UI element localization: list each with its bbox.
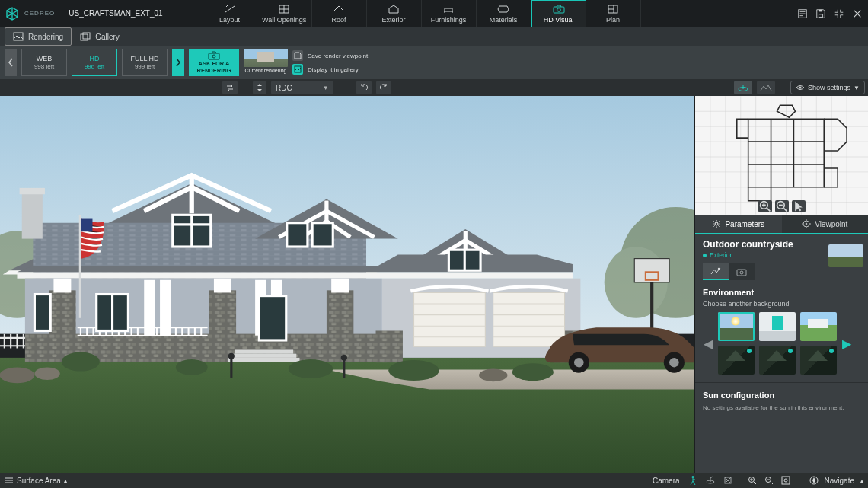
tab-wall-openings-label: Wall Openings (262, 16, 306, 24)
display-gallery-button[interactable]: Display it in gallery (292, 64, 368, 75)
sidepanel-tabs: Parameters Viewpoint (695, 215, 868, 234)
viewport-3d[interactable] (0, 96, 694, 473)
zoom-out-button[interactable] (762, 474, 776, 486)
plan-cursor-button[interactable] (792, 200, 806, 212)
svg-rect-29 (22, 191, 43, 239)
target-icon (802, 219, 811, 228)
bg-thumb-5[interactable] (759, 346, 796, 375)
tab-hd-visual[interactable]: HD Visual (531, 0, 586, 27)
svg-rect-7 (14, 33, 23, 40)
surface-area-toggle[interactable]: Surface Area ▴ (5, 477, 67, 485)
app-logo-text: CEDREO (24, 10, 55, 17)
wall-openings-icon (277, 4, 291, 14)
render-quality-web[interactable]: WEB998 left (21, 49, 67, 76)
svg-point-73 (574, 358, 584, 368)
bg-thumb-1[interactable] (718, 312, 755, 341)
svg-rect-40 (214, 279, 231, 293)
tab-furnishings[interactable]: Furnishings (422, 0, 477, 27)
list-icon (5, 477, 14, 484)
svg-rect-9 (83, 33, 90, 39)
bg-next-button[interactable]: ▶ (841, 313, 852, 374)
env-tab-photo[interactable] (729, 263, 755, 280)
ask-for-rendering-button[interactable]: ASK FOR A RENDERING (189, 49, 239, 76)
tab-layout-label: Layout (219, 16, 240, 24)
svg-point-2 (557, 8, 560, 12)
svg-point-79 (388, 360, 439, 381)
redo-button[interactable] (376, 81, 391, 94)
save-icon[interactable] (815, 8, 827, 20)
view-3d-button[interactable] (734, 81, 752, 94)
close-icon[interactable] (851, 8, 863, 20)
ask-line2: RENDERING (196, 68, 231, 74)
svg-rect-67 (79, 215, 81, 317)
plan-zoom-out-button[interactable] (775, 200, 789, 212)
bg-thumb-2[interactable] (759, 312, 796, 341)
subtab-rendering[interactable]: Rendering (5, 27, 72, 46)
terrain-button[interactable] (757, 81, 775, 94)
svg-rect-48 (228, 358, 300, 362)
viewport-toolbar: RDC▼ Show settings ▼ (0, 79, 868, 96)
floor-up-down-button[interactable] (253, 81, 266, 94)
bg-prev-button[interactable]: ◀ (703, 313, 713, 374)
svg-rect-6 (819, 9, 822, 11)
gear-icon (712, 219, 721, 228)
svg-rect-41 (331, 279, 349, 293)
zoom-in-button[interactable] (745, 474, 759, 486)
render-quality-fullhd[interactable]: FULL HD999 left (122, 49, 168, 76)
current-rendering[interactable]: Current rendering (244, 49, 288, 76)
camera-mini-icon (736, 267, 747, 276)
subtab-gallery[interactable]: Gallery (72, 27, 128, 46)
svg-rect-37 (376, 330, 403, 362)
render-quality-hd[interactable]: HD996 left (72, 49, 117, 76)
render-quality-hd-sub: 996 left (85, 63, 104, 70)
svg-rect-35 (209, 290, 236, 362)
materials-icon (496, 4, 510, 14)
collapse-icon[interactable] (833, 8, 845, 20)
undo-button[interactable] (356, 81, 372, 94)
notes-icon[interactable] (796, 8, 809, 20)
camera-orbit-button[interactable] (703, 474, 718, 486)
plan-zoom-in-button[interactable] (758, 200, 772, 212)
bg-thumb-4[interactable] (718, 346, 755, 375)
render-next-button[interactable] (172, 49, 184, 76)
tab-exterior[interactable]: Exterior (367, 0, 422, 27)
zoom-fit-button[interactable] (779, 474, 793, 486)
landscape-icon (710, 266, 721, 276)
tab-layout[interactable]: Layout (203, 0, 257, 27)
tab-roof-label: Roof (332, 16, 346, 24)
svg-point-76 (62, 352, 100, 372)
tab-wall-openings[interactable]: Wall Openings (257, 0, 312, 27)
render-prev-button[interactable] (5, 49, 17, 76)
save-viewpoint-label: Save render viewpoint (308, 53, 368, 59)
main-tabs: Layout Wall Openings Roof Exterior Furni… (203, 0, 641, 27)
show-settings-button[interactable]: Show settings ▼ (790, 81, 865, 94)
sidepanel-tab-viewpoint[interactable]: Viewpoint (782, 215, 869, 233)
chevron-down-icon: ▼ (323, 85, 329, 91)
swap-view-button[interactable] (222, 81, 238, 94)
main-area: Parameters Viewpoint Outdoor countryside… (0, 96, 868, 473)
floor-select[interactable]: RDC▼ (271, 81, 333, 94)
svg-rect-34 (49, 290, 75, 362)
tab-roof[interactable]: Roof (312, 0, 367, 27)
tab-materials[interactable]: Materials (477, 0, 531, 27)
camera-walk-button[interactable] (686, 474, 700, 486)
env-tab-scene[interactable] (703, 263, 729, 280)
bg-thumb-6[interactable] (800, 346, 837, 375)
save-viewpoint-icon (292, 50, 303, 61)
current-rendering-caption: Current rendering (245, 68, 287, 73)
floor-plan-mini[interactable] (695, 96, 868, 215)
tab-plan[interactable]: Plan (586, 0, 641, 27)
svg-point-11 (212, 55, 215, 58)
camera-icon (552, 4, 566, 14)
status-bar: Surface Area ▴ Camera Navigate ▴ (0, 473, 868, 488)
bg-thumb-3[interactable] (800, 312, 837, 341)
exterior-icon (387, 4, 400, 14)
camera-top-button[interactable] (721, 474, 735, 486)
tab-plan-label: Plan (606, 16, 620, 24)
sidepanel-tab-parameters[interactable]: Parameters (695, 215, 782, 233)
save-viewpoint-button[interactable]: Save render viewpoint (292, 50, 368, 61)
svg-rect-47 (231, 354, 296, 358)
svg-rect-51 (312, 223, 333, 247)
svg-rect-8 (81, 34, 88, 40)
sub-tabs: Rendering Gallery (0, 27, 868, 46)
